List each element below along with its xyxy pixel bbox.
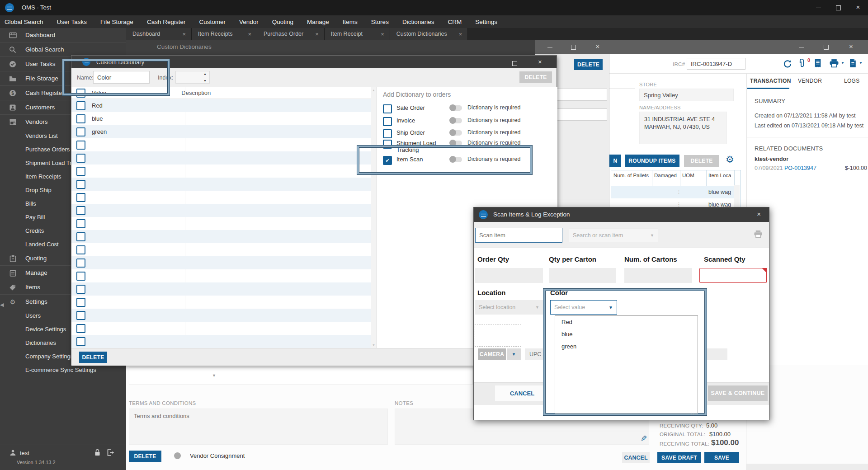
- row-checkbox[interactable]: [76, 232, 85, 241]
- camera-dropdown-icon[interactable]: ▼: [512, 352, 516, 357]
- tab-purchase-order[interactable]: Purchase Order×: [257, 28, 325, 40]
- dictionary-empty-row[interactable]: [71, 256, 371, 269]
- tab-transaction[interactable]: TRANSACTION: [750, 78, 791, 84]
- row-menu-icon[interactable]: ⋮: [676, 189, 681, 195]
- dictionary-empty-row[interactable]: [71, 335, 371, 348]
- dictionary-dialog-maximize-button[interactable]: [512, 60, 517, 66]
- scan-item-input[interactable]: [475, 228, 562, 243]
- receipt-window-minimize-button[interactable]: [789, 40, 814, 54]
- scroll-up-icon[interactable]: ▲: [372, 89, 375, 92]
- dictionary-empty-row[interactable]: [71, 243, 371, 256]
- row-checkbox[interactable]: [76, 298, 85, 307]
- menu-item-manage[interactable]: Manage: [307, 19, 329, 25]
- menu-item-quoting[interactable]: Quoting: [272, 19, 293, 25]
- required-toggle[interactable]: [450, 105, 462, 111]
- dictionary-empty-row[interactable]: [71, 322, 371, 335]
- tab-close-icon[interactable]: ×: [459, 31, 462, 38]
- edit-pencil-icon[interactable]: ✎: [641, 434, 647, 443]
- row-checkbox[interactable]: [76, 180, 85, 189]
- store-field[interactable]: Spring Valley: [639, 89, 734, 101]
- row-checkbox[interactable]: [76, 324, 85, 333]
- scan-dialog-close-button[interactable]: ×: [757, 211, 761, 217]
- collapsed-row[interactable]: ▼: [129, 367, 472, 385]
- document-icon[interactable]: [849, 58, 857, 68]
- row-checkbox[interactable]: [76, 245, 85, 254]
- dictionary-delete-top-button[interactable]: DELETE: [519, 71, 552, 83]
- refresh-icon[interactable]: [783, 59, 792, 68]
- menu-item-cash-register[interactable]: Cash Register: [147, 19, 186, 25]
- spinner-down-icon[interactable]: ▼: [203, 79, 207, 82]
- form-cancel-button[interactable]: CANCEL: [622, 452, 650, 463]
- dictionary-empty-row[interactable]: [71, 191, 371, 204]
- receipt-delete-button[interactable]: DELETE: [684, 155, 719, 167]
- order-type-row-ship-order[interactable]: Ship OrderDictionary is required: [383, 129, 555, 138]
- dictionary-empty-row[interactable]: [71, 282, 371, 296]
- num-cartons-input[interactable]: [624, 268, 692, 283]
- tab-item-receipts[interactable]: Item Receipts×: [192, 28, 257, 40]
- tab-custom-dictionaries[interactable]: Custom Dictionaries×: [390, 28, 468, 40]
- select-all-checkbox[interactable]: [76, 89, 85, 98]
- color-option-red[interactable]: Red: [555, 316, 698, 328]
- menu-item-global-search[interactable]: Global Search: [5, 19, 43, 25]
- row-checkbox[interactable]: [76, 193, 85, 202]
- resize-grip-icon[interactable]: ∷: [691, 412, 694, 416]
- paperclip-icon[interactable]: [798, 59, 805, 68]
- menu-item-dictionaries[interactable]: Dictionaries: [402, 19, 434, 25]
- menu-item-crm[interactable]: CRM: [448, 19, 462, 25]
- spinner-up-icon[interactable]: ▲: [203, 72, 207, 75]
- row-checkbox[interactable]: [76, 154, 85, 163]
- receipt-window-restore-button[interactable]: [814, 40, 839, 54]
- menu-item-vendor[interactable]: Vendor: [239, 19, 259, 25]
- scan-print-icon[interactable]: [754, 230, 763, 238]
- row-checkbox[interactable]: [76, 114, 85, 123]
- dictionary-delete-bottom-button[interactable]: DELETE: [79, 352, 107, 363]
- row-checkbox[interactable]: [76, 127, 85, 136]
- color-option-green[interactable]: green: [555, 340, 698, 352]
- required-toggle[interactable]: [450, 141, 462, 146]
- color-select-overlay[interactable]: Select value ▼: [550, 300, 617, 315]
- dictionary-empty-row[interactable]: [71, 296, 371, 309]
- scroll-down-icon[interactable]: ▼: [372, 343, 375, 347]
- menu-item-file-storage[interactable]: File Storage: [100, 19, 133, 25]
- camera-dropdown-button[interactable]: ▼: [507, 348, 521, 360]
- menu-item-user-tasks[interactable]: User Tasks: [57, 19, 87, 25]
- dictionary-empty-row[interactable]: [71, 138, 371, 151]
- printer-dropdown-icon[interactable]: ▼: [841, 61, 844, 65]
- row-checkbox[interactable]: [76, 167, 85, 176]
- order-checkbox-checked[interactable]: ✔: [383, 156, 392, 165]
- row-checkbox[interactable]: [76, 141, 85, 150]
- order-checkbox[interactable]: [383, 140, 392, 149]
- table-row[interactable]: ⋮blue wag: [611, 186, 734, 198]
- required-toggle[interactable]: [450, 130, 462, 136]
- app-minimize-button[interactable]: [808, 0, 828, 15]
- name-address-field[interactable]: 31 INDUSTRIAL AVE STE 4 MAHWAH, NJ, 0743…: [639, 112, 727, 144]
- tab-vendor[interactable]: VENDOR: [798, 78, 822, 84]
- related-document-link[interactable]: PO-0013947: [784, 165, 816, 171]
- order-qty-input[interactable]: [475, 268, 543, 283]
- dictionary-empty-row[interactable]: [71, 309, 371, 322]
- menu-item-settings[interactable]: Settings: [475, 19, 497, 25]
- search-or-scan-select[interactable]: Search or scan item ▼: [569, 229, 658, 242]
- receipt-icon[interactable]: [814, 58, 821, 68]
- sidebar-item-dashboard[interactable]: Dashboard: [0, 28, 126, 42]
- dictionary-empty-row[interactable]: [71, 151, 371, 164]
- row-checkbox[interactable]: [76, 285, 85, 294]
- terms-textarea[interactable]: [129, 409, 388, 445]
- tab-item-receipt[interactable]: Item Receipt×: [325, 28, 390, 40]
- dictionary-value-row[interactable]: green: [71, 125, 371, 138]
- tab-close-icon[interactable]: ×: [248, 31, 251, 38]
- barcode-drop-zone[interactable]: [475, 324, 521, 347]
- scan-button-fragment[interactable]: N: [609, 155, 621, 167]
- tab-close-icon[interactable]: ×: [381, 31, 384, 38]
- location-select[interactable]: Select location ▼: [475, 300, 543, 315]
- sidebar-item-global-search[interactable]: Global Search: [0, 42, 126, 56]
- qty-per-carton-input[interactable]: [549, 268, 616, 283]
- order-checkbox[interactable]: [383, 129, 392, 138]
- dictionary-empty-row[interactable]: [71, 204, 371, 217]
- dictionary-empty-row[interactable]: [71, 269, 371, 282]
- row-checkbox[interactable]: [76, 311, 85, 320]
- order-checkbox[interactable]: [383, 117, 392, 126]
- row-checkbox[interactable]: [76, 258, 85, 268]
- irc-number-input[interactable]: [687, 58, 745, 70]
- save-button[interactable]: SAVE: [704, 452, 739, 463]
